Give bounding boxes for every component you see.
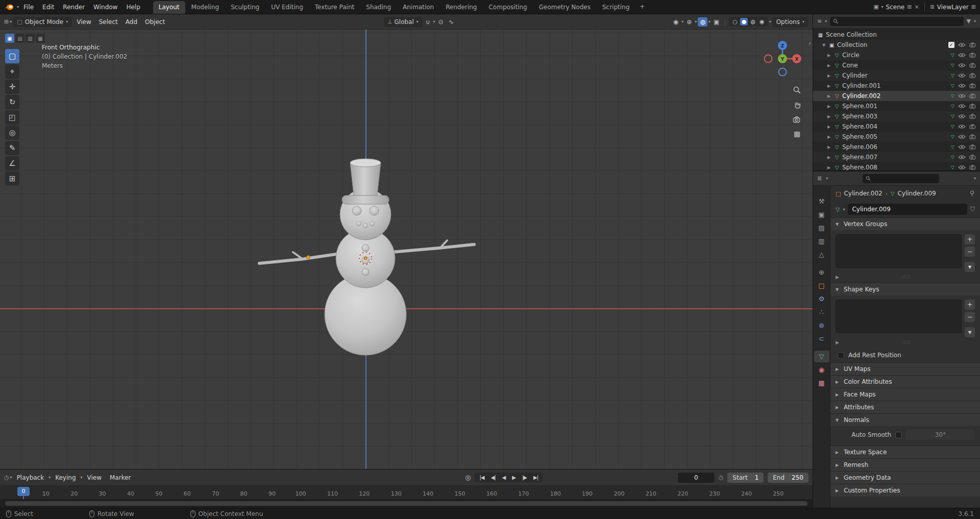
color-attributes-panel-header[interactable]: ▶ Color Attributes — [830, 376, 980, 388]
face-maps-panel-header[interactable]: ▶ Face Maps — [830, 388, 980, 401]
hide-viewport-eye-icon[interactable] — [958, 124, 966, 129]
expand-caret-icon[interactable]: ▶ — [826, 125, 831, 129]
outliner-search[interactable] — [830, 17, 963, 26]
hide-viewport-eye-icon[interactable] — [958, 42, 966, 47]
disable-render-camera-icon[interactable] — [969, 114, 976, 119]
tab-constraints[interactable]: ⊂ — [814, 333, 829, 344]
snowman-model[interactable] — [240, 144, 495, 364]
properties-options-caret-icon[interactable]: ▾ — [974, 176, 976, 181]
tab-modifiers[interactable]: ⚙ — [814, 293, 829, 305]
outliner-object-row[interactable]: ▶ ▽ Sphere.005 ▽ — [813, 132, 980, 142]
workspace-tab[interactable]: Animation — [397, 1, 439, 14]
select-mode-new[interactable]: ▣ — [5, 34, 14, 43]
view-menu[interactable]: View — [84, 473, 105, 483]
expand-caret-icon[interactable]: ▶ — [826, 135, 831, 139]
shading-solid[interactable]: ● — [740, 18, 748, 26]
current-frame-marker[interactable]: 0 — [17, 487, 30, 496]
options-dropdown[interactable]: Options ▾ — [772, 17, 808, 27]
expand-caret-icon[interactable]: ▶ — [826, 155, 831, 160]
play-button[interactable]: ▶ — [509, 474, 519, 481]
hide-viewport-eye-icon[interactable] — [958, 93, 966, 98]
tab-render[interactable]: ▣ — [814, 209, 829, 220]
viewport-menu-item[interactable]: Add — [122, 17, 141, 27]
expand-caret-icon[interactable]: ▶ — [826, 165, 831, 170]
workspace-tab[interactable]: Shading — [360, 1, 397, 14]
viewport-menu-item[interactable]: View — [73, 17, 94, 27]
workspace-tab[interactable]: Scripting — [597, 1, 635, 14]
tab-tool[interactable]: ⚒ — [814, 195, 829, 207]
geometry-data-panel-header[interactable]: ▶ Geometry Data — [830, 472, 980, 484]
app-menu-caret-icon[interactable]: ▾ — [17, 5, 19, 9]
gizmo-caret-icon[interactable]: ▾ — [695, 19, 697, 24]
visibility-caret-icon[interactable]: ▾ — [681, 19, 683, 24]
show-gizmo-icon[interactable]: ⊕ — [684, 17, 694, 27]
add-workspace-button[interactable]: + — [635, 1, 649, 13]
disable-render-camera-icon[interactable] — [969, 165, 976, 170]
texture-space-panel-header[interactable]: ▶ Texture Space — [830, 446, 980, 458]
3d-viewport[interactable]: ⊞ ▾ ▢ Object Mode ▾ ViewSelectAddObject … — [0, 14, 813, 469]
disable-render-camera-icon[interactable] — [969, 83, 976, 88]
tool-move[interactable]: ✛ — [5, 80, 19, 94]
disable-render-camera-icon[interactable] — [969, 63, 976, 68]
workspace-tab[interactable]: Layout — [153, 1, 185, 14]
tab-scene[interactable]: △ — [814, 249, 829, 260]
hide-viewport-eye-icon[interactable] — [958, 83, 966, 88]
viewport-menu-item[interactable]: Select — [95, 17, 121, 27]
tab-physics[interactable]: ⊚ — [814, 319, 829, 331]
hide-viewport-eye-icon[interactable] — [958, 165, 966, 170]
normals-panel-header[interactable]: ▼ Normals — [830, 414, 980, 426]
topbar-menu-item[interactable]: Help — [122, 2, 144, 12]
disable-render-camera-icon[interactable] — [969, 155, 976, 160]
editor-type-caret-icon[interactable]: ▾ — [10, 19, 12, 24]
disable-render-camera-icon[interactable] — [969, 93, 976, 98]
outliner-editor-icon[interactable]: ≡ — [817, 18, 822, 24]
new-view-layer-icon[interactable]: ⊞ — [971, 4, 976, 10]
outliner-object-row[interactable]: ▶ ▽ Cylinder ▽ — [813, 70, 980, 81]
toggle-grid-icon[interactable]: ▦ — [794, 130, 800, 138]
disable-render-camera-icon[interactable] — [969, 53, 976, 58]
breadcrumb-data[interactable]: Cylinder.009 — [897, 190, 936, 197]
disable-render-camera-icon[interactable] — [969, 134, 976, 139]
breadcrumb-object[interactable]: Cylinder.002 — [844, 190, 882, 197]
disable-render-camera-icon[interactable] — [969, 144, 976, 150]
outliner-object-row[interactable]: ▶ ▽ Sphere.004 ▽ — [813, 121, 980, 132]
tab-object[interactable]: □ — [814, 280, 829, 291]
play-reverse-button[interactable]: ◀ — [499, 474, 509, 481]
expand-caret-icon[interactable]: ▶ — [826, 63, 831, 68]
hide-viewport-eye-icon[interactable] — [958, 53, 966, 58]
disable-render-camera-icon[interactable] — [969, 73, 976, 78]
add-shape-key-button[interactable]: + — [965, 300, 975, 310]
shape-keys-list[interactable] — [836, 300, 962, 333]
editor-type-icon[interactable]: ⊞ — [4, 18, 9, 25]
filter-caret-icon[interactable]: ▾ — [974, 19, 976, 23]
next-keyframe-button[interactable]: |▶ — [519, 474, 530, 481]
disable-render-camera-icon[interactable] — [969, 104, 976, 109]
tab-output[interactable]: ▤ — [814, 222, 829, 234]
workspace-tab[interactable]: Rendering — [440, 1, 482, 14]
topbar-menu-item[interactable]: Window — [89, 2, 121, 12]
blender-logo-icon[interactable] — [4, 3, 14, 11]
falloff-icon[interactable]: ∿ — [447, 17, 456, 27]
timeline-ruler[interactable]: 0102030405060708090100110120130140150160… — [0, 486, 813, 500]
tab-texture[interactable]: ▦ — [814, 377, 829, 389]
collapse-caret-icon[interactable]: ▼ — [821, 43, 826, 47]
zoom-icon[interactable] — [793, 86, 801, 94]
expand-caret-icon[interactable]: ▶ — [826, 114, 831, 119]
uv-maps-panel-header[interactable]: ▶ UV Maps — [830, 363, 980, 375]
vertex-group-specials-button[interactable]: ▼ — [965, 262, 975, 272]
datablock-caret-icon[interactable]: ▾ — [843, 207, 845, 212]
timeline-editor-caret-icon[interactable]: ▾ — [10, 475, 12, 480]
playback-menu[interactable]: Playback — [13, 473, 48, 483]
prev-keyframe-button[interactable]: ◀| — [487, 474, 498, 481]
camera-view-icon[interactable] — [793, 116, 801, 123]
timeline-editor-icon[interactable]: ◷ — [4, 474, 9, 481]
navigation-gizmo[interactable]: Z X Y — [761, 37, 804, 81]
shape-keys-panel-header[interactable]: ▼ Shape Keys — [830, 283, 980, 295]
tab-material[interactable]: ◉ — [814, 364, 829, 376]
select-mode-extend[interactable]: ▤ — [15, 34, 24, 43]
preview-range-clock-icon[interactable]: ◷ — [719, 474, 724, 481]
tab-world[interactable]: ⊕ — [814, 266, 829, 278]
remove-vertex-group-button[interactable]: − — [965, 246, 975, 257]
vertex-groups-list[interactable] — [836, 234, 962, 268]
properties-editor-caret-icon[interactable]: ▾ — [826, 176, 828, 181]
